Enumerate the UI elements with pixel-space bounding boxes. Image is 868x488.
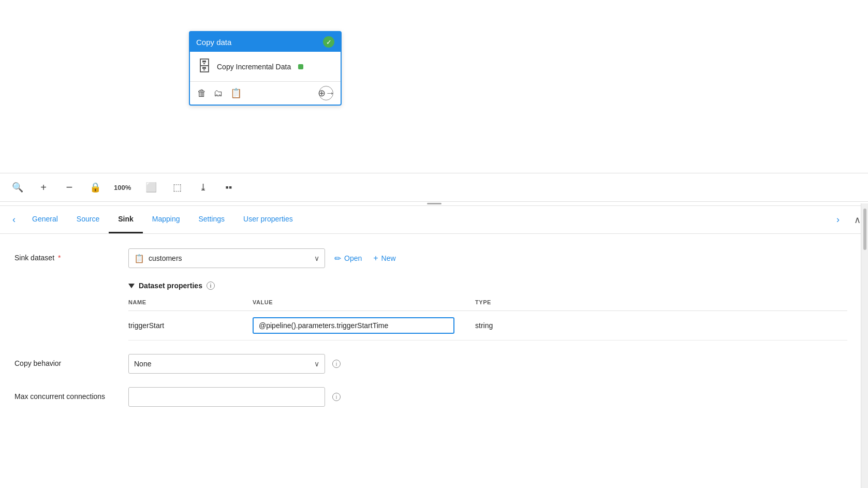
delete-icon[interactable]: 🗑 <box>197 88 207 99</box>
tab-sink[interactable]: Sink <box>109 206 143 233</box>
dataset-value: customers <box>149 254 310 262</box>
copy-behavior-chevron-icon: ∨ <box>314 360 319 368</box>
tab-forward-button[interactable]: › <box>829 206 847 233</box>
copy-behavior-value: None <box>134 360 310 368</box>
new-dataset-button[interactable]: + New <box>371 254 398 263</box>
max-connections-row: Max concurrent connections i <box>14 387 847 407</box>
node-actions: 🗑 🗂 📋 ⊕→ <box>190 82 341 105</box>
toggle-view-icon[interactable]: ▪▪ <box>222 180 236 195</box>
max-connections-controls: i <box>128 387 847 407</box>
zoom-in-icon[interactable]: + <box>36 180 51 195</box>
zoom-level: 100% <box>114 184 133 191</box>
copy-behavior-row: Copy behavior None ∨ i <box>14 354 847 374</box>
zoom-out-icon[interactable]: − <box>62 180 77 195</box>
plus-icon: + <box>373 254 378 263</box>
dataset-icon: 📋 <box>134 254 144 263</box>
copy-icon[interactable]: 📋 <box>230 87 242 99</box>
node-body: 🗄 Copy Incremental Data <box>190 52 341 82</box>
copy-behavior-controls: None ∨ i <box>128 354 847 374</box>
col-name-header: NAME <box>128 296 253 311</box>
col-value-header: VALUE <box>253 296 475 311</box>
dataset-properties-section: Dataset properties i NAME VALUE TYPE tri… <box>128 282 847 341</box>
sink-panel: Sink dataset * 📋 customers ∨ ✏ Open + Ne… <box>0 234 868 472</box>
sink-dataset-dropdown[interactable]: 📋 customers ∨ <box>128 248 325 268</box>
tab-general[interactable]: General <box>23 206 67 233</box>
collapse-triangle-icon[interactable] <box>128 284 135 288</box>
prop-value-cell <box>253 311 475 341</box>
sink-dataset-label: Sink dataset * <box>14 248 128 262</box>
max-connections-label: Max concurrent connections <box>14 387 128 401</box>
pencil-icon: ✏ <box>334 254 341 263</box>
dropdown-chevron-icon: ∨ <box>314 254 319 262</box>
tabs-bar: ‹ General Source Sink Mapping Settings U… <box>0 206 868 234</box>
node-label: Copy Incremental Data <box>217 63 291 71</box>
select-area-icon[interactable]: ⬚ <box>170 180 184 195</box>
database-icon: 🗄 <box>197 58 212 75</box>
node-title: Copy data <box>196 38 231 47</box>
copy-data-node[interactable]: Copy data ✓ 🗄 Copy Incremental Data 🗑 🗂 … <box>189 31 342 106</box>
dataset-props-header: Dataset properties i <box>128 282 847 290</box>
dataset-props-title: Dataset properties <box>139 282 202 290</box>
scrollbar[interactable] <box>861 203 868 488</box>
prop-type: string <box>475 311 847 341</box>
dataset-properties-table: NAME VALUE TYPE triggerStart string <box>128 296 847 341</box>
sink-dataset-row: Sink dataset * 📋 customers ∨ ✏ Open + Ne… <box>14 248 847 268</box>
tab-settings[interactable]: Settings <box>189 206 234 233</box>
fit-window-icon[interactable]: ⬜ <box>144 180 158 195</box>
copy-behavior-info-icon[interactable]: i <box>332 360 341 368</box>
table-row: triggerStart string <box>128 311 847 341</box>
status-dot <box>298 64 303 69</box>
copy-behavior-dropdown[interactable]: None ∨ <box>128 354 325 374</box>
copy-behavior-label: Copy behavior <box>14 354 128 367</box>
cut-icon[interactable]: 🗂 <box>214 88 223 99</box>
sink-dataset-controls: 📋 customers ∨ ✏ Open + New <box>128 248 847 268</box>
canvas-toolbar: 🔍 + − 🔒 100% ⬜ ⬚ ⤓ ▪▪ <box>0 173 868 202</box>
col-type-header: TYPE <box>475 296 847 311</box>
tab-user-properties[interactable]: User properties <box>234 206 302 233</box>
max-connections-info-icon[interactable]: i <box>332 393 341 401</box>
prop-name: triggerStart <box>128 311 253 341</box>
max-connections-input[interactable] <box>128 387 325 407</box>
scrollbar-thumb <box>863 209 866 250</box>
auto-layout-icon[interactable]: ⤓ <box>196 180 210 195</box>
node-header: Copy data ✓ <box>190 32 341 52</box>
tab-mapping[interactable]: Mapping <box>143 206 189 233</box>
open-dataset-button[interactable]: ✏ Open <box>332 254 364 263</box>
tab-back-button[interactable]: ‹ <box>5 206 23 233</box>
add-output-icon[interactable]: ⊕→ <box>319 86 333 100</box>
pipeline-canvas[interactable]: Copy data ✓ 🗄 Copy Incremental Data 🗑 🗂 … <box>0 0 868 173</box>
node-status-check: ✓ <box>323 36 334 48</box>
info-icon[interactable]: i <box>207 282 215 290</box>
prop-value-input[interactable] <box>253 317 454 334</box>
search-icon[interactable]: 🔍 <box>10 180 25 195</box>
lock-icon[interactable]: 🔒 <box>88 180 102 195</box>
required-marker: * <box>58 254 61 262</box>
tab-source[interactable]: Source <box>67 206 109 233</box>
